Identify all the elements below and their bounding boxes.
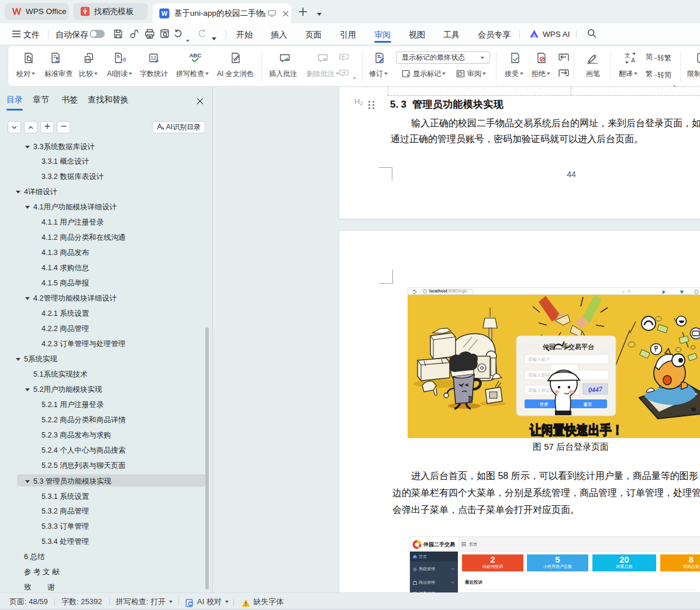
svg-text:让闲置快速出手！: 让闲置快速出手！	[529, 423, 623, 437]
svg-text:12: 12	[150, 55, 156, 61]
svg-text:请输入密码: 请输入密码	[528, 373, 550, 378]
svg-text:登录: 登录	[540, 402, 549, 407]
svg-text:重置: 重置	[584, 402, 593, 407]
svg-text:文: 文	[625, 52, 630, 58]
svg-text:0447: 0447	[588, 385, 604, 394]
svg-text:ABC: ABC	[189, 52, 202, 58]
svg-text:W: W	[161, 10, 168, 17]
svg-text:A: A	[631, 57, 635, 64]
svg-text:请输入账户: 请输入账户	[528, 357, 550, 362]
